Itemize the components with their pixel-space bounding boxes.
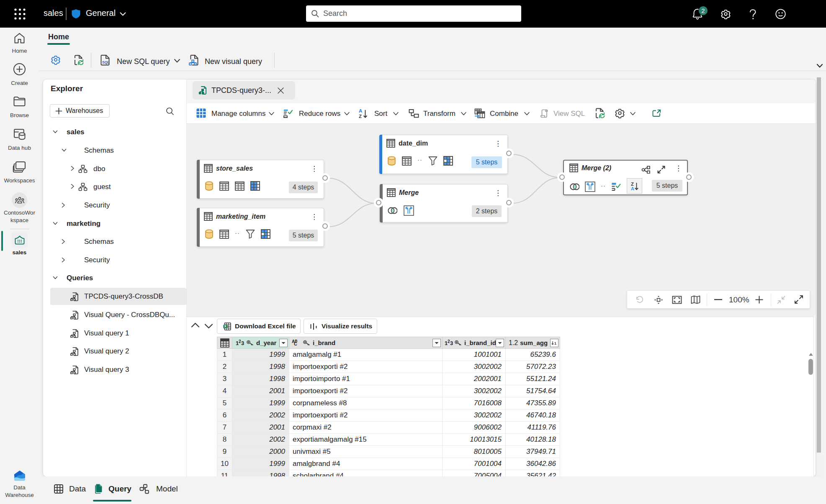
- svg-text:1: 1: [554, 341, 556, 345]
- svg-text:3: 3: [241, 340, 244, 346]
- svg-text:3: 3: [450, 340, 453, 346]
- svg-text:SQL: SQL: [102, 60, 109, 64]
- svg-text:A: A: [359, 108, 362, 113]
- svg-text:X: X: [224, 324, 226, 328]
- svg-text:C: C: [294, 341, 297, 346]
- svg-text:Z: Z: [359, 114, 362, 118]
